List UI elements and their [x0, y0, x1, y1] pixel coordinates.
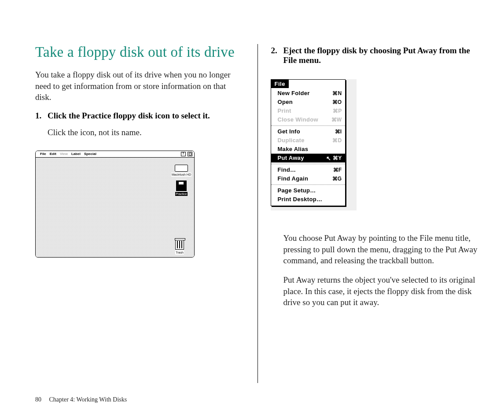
menu-item-make-alias[interactable]: Make Alias [271, 145, 345, 154]
menu-item-shortcut: ⌘O [332, 98, 342, 106]
intro-paragraph: You take a floppy disk out of its drive … [35, 69, 242, 103]
step-1-text: Click the Practice floppy disk icon to s… [48, 111, 242, 121]
menu-item-label: Make Alias [277, 145, 308, 153]
hard-disk-icon [175, 165, 188, 172]
menu-item-print-desktop[interactable]: Print Desktop… [271, 195, 345, 204]
file-menu-body: New Folder⌘NOpen⌘OPrint⌘PClose Window⌘WG… [271, 88, 345, 206]
menu-item-label: Put Away [277, 154, 304, 162]
menu-item-shortcut: ⌘D [332, 136, 342, 144]
trash-can-icon[interactable]: Trash [169, 239, 190, 254]
menu-item-shortcut: ⌘Y [333, 154, 342, 162]
step-1-number: 1. [35, 111, 48, 121]
desktop-screenshot: File Edit View Label Special Macintosh H… [35, 151, 195, 258]
menu-item-label: Print [277, 107, 291, 115]
file-menu-figure: File New Folder⌘NOpen⌘OPrint⌘PClose Wind… [271, 79, 357, 210]
menu-item-shortcut: ⌘I [335, 128, 342, 136]
explanation-paragraph-2: Put Away returns the object you've selec… [283, 274, 478, 308]
menu-separator [271, 164, 345, 164]
step-1: 1. Click the Practice floppy disk icon t… [35, 111, 242, 121]
step-2-text: Eject the floppy disk by choosing Put Aw… [283, 46, 478, 65]
menubar-view: View [60, 152, 68, 156]
trash-icon [175, 239, 184, 250]
menu-item-print: Print⌘P [271, 107, 345, 115]
menu-item-label: Page Setup… [277, 187, 316, 195]
step-2: 2. Eject the floppy disk by choosing Put… [271, 46, 478, 65]
menu-item-page-setup[interactable]: Page Setup… [271, 186, 345, 195]
explanation-paragraph-1: You choose Put Away by pointing to the F… [283, 232, 478, 266]
manual-page: Take a floppy disk out of its drive You … [0, 0, 504, 420]
menu-item-label: New Folder [277, 89, 309, 97]
menu-item-label: Close Window [277, 116, 318, 124]
file-menu-dropdown: File New Folder⌘NOpen⌘OPrint⌘PClose Wind… [271, 79, 346, 206]
menu-separator [271, 125, 345, 126]
menu-item-label: Get Info [277, 128, 300, 136]
mouse-cursor-icon: ↖ [326, 155, 331, 162]
page-number: 80 [35, 396, 41, 403]
menu-item-label: Find… [277, 166, 296, 174]
menu-item-open[interactable]: Open⌘O [271, 98, 345, 107]
hd-label: Macintosh HD [171, 173, 191, 177]
practice-floppy-icon[interactable]: Practice [171, 181, 191, 196]
macintosh-hd-icon[interactable]: Macintosh HD [171, 165, 191, 177]
help-menu-icon[interactable] [181, 152, 186, 156]
menubar-file[interactable]: File [40, 152, 46, 156]
menu-item-label: Find Again [277, 175, 308, 183]
trash-label: Trash [175, 251, 184, 254]
step-1-subtext: Click the icon, not its name. [48, 128, 242, 137]
left-column: Take a floppy disk out of its drive You … [35, 44, 258, 383]
section-heading: Take a floppy disk out of its drive [35, 44, 242, 60]
menubar-label[interactable]: Label [71, 152, 81, 156]
menu-item-find[interactable]: Find…⌘F [271, 166, 345, 174]
menu-separator [271, 184, 345, 185]
menu-item-label: Open [277, 98, 292, 106]
menu-item-shortcut: ⌘N [332, 89, 342, 97]
floppy-label: Practice [175, 192, 187, 196]
menu-item-shortcut: ⌘P [333, 107, 342, 115]
floppy-disk-icon [176, 181, 187, 191]
menu-item-label: Duplicate [277, 136, 304, 144]
menu-item-shortcut: ⌘G [332, 175, 342, 183]
menu-item-close-window: Close Window⌘W [271, 115, 345, 124]
menu-item-shortcut: ⌘W [331, 116, 342, 124]
menubar-special[interactable]: Special [84, 152, 96, 156]
menu-item-put-away[interactable]: Put Away↖⌘Y [271, 154, 345, 162]
desktop-menubar: File Edit View Label Special [36, 151, 194, 158]
right-column: 2. Eject the floppy disk by choosing Put… [258, 44, 478, 383]
desktop-area: Macintosh HD Practice Trash [36, 158, 194, 257]
page-footer: 80 Chapter 4: Working With Disks [35, 396, 127, 403]
menu-item-duplicate: Duplicate⌘D [271, 136, 345, 145]
chapter-title: Chapter 4: Working With Disks [49, 396, 127, 403]
two-column-layout: Take a floppy disk out of its drive You … [35, 44, 478, 383]
menu-item-get-info[interactable]: Get Info⌘I [271, 127, 345, 136]
step-2-number: 2. [271, 46, 283, 65]
file-menu-title[interactable]: File [271, 80, 288, 88]
menu-item-shortcut: ⌘F [333, 166, 342, 174]
menu-item-find-again[interactable]: Find Again⌘G [271, 174, 345, 183]
menu-item-new-folder[interactable]: New Folder⌘N [271, 89, 345, 98]
menubar-edit[interactable]: Edit [50, 152, 56, 156]
application-menu-icon[interactable] [188, 152, 192, 156]
menu-item-label: Print Desktop… [277, 195, 322, 203]
